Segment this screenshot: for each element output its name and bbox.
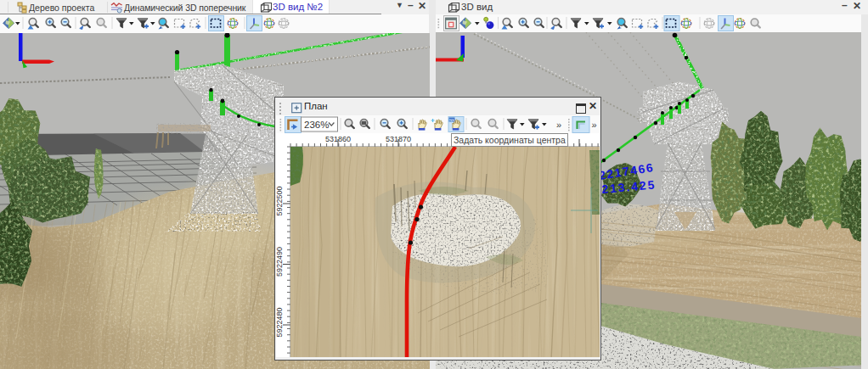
svg-text:531870: 531870 <box>386 135 411 143</box>
svg-text:»: » <box>556 120 561 130</box>
svg-text:5922490: 5922490 <box>276 247 284 277</box>
svg-text:5922500: 5922500 <box>276 186 284 215</box>
svg-text:236%: 236% <box>304 120 329 130</box>
svg-text:5922480: 5922480 <box>276 307 284 337</box>
svg-text:»: » <box>592 120 597 130</box>
svg-text:531860: 531860 <box>325 135 351 143</box>
svg-text:NS: NS <box>449 118 454 122</box>
